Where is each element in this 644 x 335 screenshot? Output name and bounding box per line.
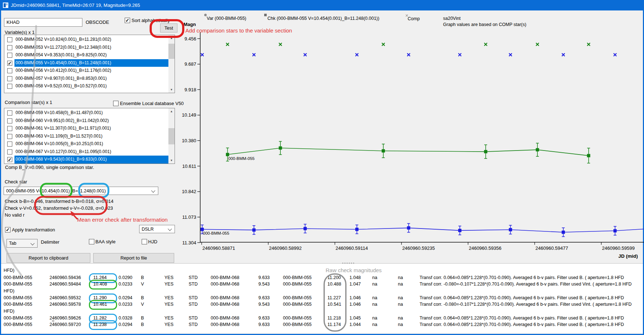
svg-text:000-BMM-055: 000-BMM-055: [228, 156, 255, 161]
light-curve-chart: 9.4569.6879.91810.14910.38010.61110.8421…: [0, 0, 644, 335]
svg-text:10.149: 10.149: [182, 112, 196, 118]
svg-text:JD (mid): JD (mid): [618, 253, 638, 259]
svg-text:2460960.59114: 2460960.59114: [336, 245, 368, 251]
svg-text:10.380: 10.380: [182, 138, 196, 143]
svg-text:2460960.59356: 2460960.59356: [469, 245, 501, 251]
svg-text:2460960.59599: 2460960.59599: [602, 245, 635, 251]
svg-text:10.611: 10.611: [182, 164, 196, 169]
svg-text:2460960.58992: 2460960.58992: [269, 245, 301, 251]
svg-text:10.842: 10.842: [182, 189, 196, 194]
svg-text:2460960.59235: 2460960.59235: [402, 245, 435, 251]
svg-text:9.687: 9.687: [184, 61, 196, 67]
svg-text:9.918: 9.918: [184, 87, 196, 92]
svg-text:2460960.58871: 2460960.58871: [202, 245, 235, 251]
svg-text:2460960.59477: 2460960.59477: [536, 245, 568, 251]
svg-text:11.304: 11.304: [182, 240, 196, 245]
svg-text:9.456: 9.456: [184, 36, 196, 42]
svg-text:11.073: 11.073: [182, 214, 196, 220]
svg-text:000-BMM-055: 000-BMM-055: [203, 231, 229, 235]
